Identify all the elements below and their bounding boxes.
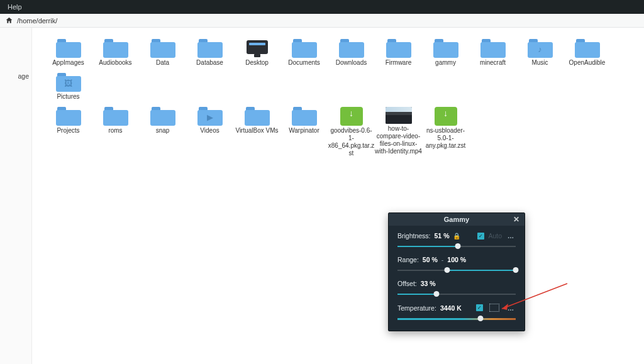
- gammy-title: Gammy: [444, 216, 469, 223]
- file-item[interactable]: ns-usbloader-5.0-1-any.pkg.tar.zst: [422, 107, 469, 157]
- video-icon: [386, 107, 412, 124]
- file-label: goodvibes-0.6-1-x86_64.pkg.tar.zst: [328, 127, 375, 157]
- file-label: AppImages: [52, 59, 84, 67]
- file-item[interactable]: ♪Music: [516, 39, 564, 67]
- file-label: ns-usbloader-5.0-1-any.pkg.tar.zst: [422, 127, 469, 150]
- menu-help[interactable]: Help: [8, 3, 22, 11]
- file-label: Data: [156, 59, 169, 67]
- file-label: how-to-compare-video-files-on-linux-with…: [375, 125, 422, 155]
- file-item[interactable]: Downloads: [328, 39, 375, 67]
- file-grid: AppImagesAudiobooksDataDatabaseDesktopDo…: [32, 28, 644, 364]
- folder-icon: [433, 39, 458, 58]
- temperature-value: 3440 K: [440, 304, 462, 312]
- range-slider[interactable]: [397, 267, 516, 273]
- folder-icon: [245, 107, 270, 126]
- file-item[interactable]: Documents: [280, 39, 328, 67]
- file-label: VirtualBox VMs: [235, 127, 278, 135]
- file-item[interactable]: VirtualBox VMs: [233, 107, 280, 157]
- file-item[interactable]: how-to-compare-video-files-on-linux-with…: [375, 107, 422, 157]
- file-label: Audiobooks: [99, 59, 131, 67]
- file-item[interactable]: snap: [139, 107, 186, 157]
- folder-icon: [103, 107, 128, 126]
- file-item[interactable]: AppImages: [45, 39, 92, 67]
- folder-icon: ♪: [528, 39, 553, 58]
- brightness-value: 51 %: [435, 232, 450, 240]
- temperature-label: Temperature:: [397, 304, 436, 312]
- temperature-more-icon[interactable]: …: [506, 304, 516, 312]
- folder-icon: [103, 39, 128, 58]
- file-label: Pictures: [57, 93, 79, 101]
- brightness-more-icon[interactable]: …: [506, 232, 516, 240]
- file-label: minecraft: [480, 59, 506, 67]
- temperature-checkbox[interactable]: ✓: [476, 304, 483, 311]
- folder-icon: [292, 107, 317, 126]
- folder-icon: [339, 39, 364, 58]
- gammy-titlebar[interactable]: Gammy ✕: [389, 213, 525, 226]
- brightness-slider[interactable]: [397, 243, 516, 250]
- range-low: 50 %: [423, 256, 438, 263]
- lock-icon[interactable]: 🔒: [453, 233, 460, 240]
- brightness-auto-checkbox[interactable]: ✓: [477, 233, 484, 240]
- file-item[interactable]: Database: [186, 39, 233, 67]
- file-label: roms: [108, 127, 122, 135]
- desktop-icon: [245, 39, 269, 58]
- annotation-target: [489, 304, 499, 312]
- range-high: 100 %: [447, 256, 466, 263]
- file-label: Firmware: [386, 59, 412, 67]
- path-text[interactable]: /home/derrik/: [17, 17, 57, 25]
- offset-slider[interactable]: [397, 291, 516, 297]
- file-item[interactable]: gammy: [422, 39, 469, 67]
- temperature-slider[interactable]: [397, 316, 516, 322]
- file-item[interactable]: ▶Videos: [186, 107, 233, 157]
- file-item[interactable]: roms: [92, 107, 139, 157]
- file-item[interactable]: Desktop: [233, 39, 280, 67]
- file-label: Videos: [200, 127, 219, 135]
- folder-icon: [150, 107, 175, 126]
- pkg-icon: [340, 107, 363, 126]
- path-bar[interactable]: /home/derrik/: [0, 14, 644, 28]
- file-item[interactable]: Projects: [45, 107, 92, 157]
- file-label: Music: [531, 59, 548, 67]
- file-label: OpenAudible: [569, 59, 606, 67]
- offset-value: 33 %: [421, 280, 436, 287]
- file-label: snap: [156, 127, 170, 135]
- pkg-icon: [435, 107, 457, 126]
- file-item[interactable]: Firmware: [375, 39, 422, 67]
- file-label: gammy: [435, 59, 456, 67]
- file-item[interactable]: OpenAudible: [564, 39, 611, 67]
- file-label: Downloads: [336, 59, 367, 67]
- folder-icon: [197, 39, 223, 58]
- gammy-window: Gammy ✕ Brightness: 51 % 🔒 ✓ Auto … Rang…: [388, 212, 525, 331]
- sidebar: age: [0, 28, 32, 364]
- home-icon[interactable]: [5, 16, 13, 25]
- file-label: Warpinator: [289, 127, 319, 135]
- file-item[interactable]: Audiobooks: [92, 39, 139, 67]
- file-item[interactable]: minecraft: [469, 39, 516, 67]
- file-label: Database: [196, 59, 223, 67]
- folder-icon: [386, 39, 411, 58]
- file-label: Documents: [288, 59, 320, 67]
- folder-icon: [56, 107, 81, 126]
- folder-icon: [56, 39, 81, 58]
- file-item[interactable]: goodvibes-0.6-1-x86_64.pkg.tar.zst: [328, 107, 375, 157]
- brightness-auto-label: Auto: [488, 232, 502, 240]
- file-item[interactable]: 🖼Pictures: [45, 73, 92, 101]
- close-icon[interactable]: ✕: [512, 215, 521, 224]
- file-item[interactable]: Warpinator: [280, 107, 328, 157]
- sidebar-fragment: age: [18, 70, 31, 82]
- file-label: Desktop: [245, 59, 269, 67]
- brightness-label: Brightness:: [397, 232, 431, 240]
- range-label: Range:: [397, 256, 419, 263]
- offset-label: Offset:: [397, 280, 417, 287]
- folder-icon: [480, 39, 506, 58]
- folder-icon: [150, 39, 175, 58]
- folder-icon: 🖼: [56, 73, 81, 92]
- menu-bar: Help: [0, 0, 644, 14]
- folder-icon: ▶: [197, 107, 223, 126]
- file-item[interactable]: Data: [139, 39, 186, 67]
- file-label: Projects: [57, 127, 79, 135]
- folder-icon: [575, 39, 600, 58]
- folder-icon: [292, 39, 317, 58]
